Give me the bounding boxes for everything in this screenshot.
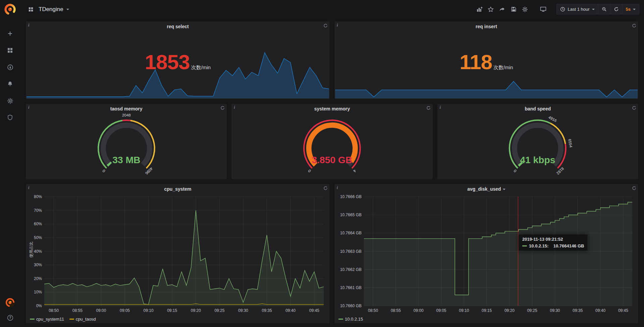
save-icon[interactable] [509, 5, 518, 14]
add-panel-icon[interactable] [475, 5, 484, 14]
svg-text:20%: 20% [34, 276, 42, 281]
svg-text:09:00: 09:00 [96, 308, 106, 313]
panel-title[interactable]: system memory [245, 106, 419, 111]
user-avatar[interactable] [5, 297, 15, 308]
zoom-out-button[interactable] [598, 4, 610, 14]
refresh-button[interactable] [610, 4, 623, 14]
panel-title[interactable]: req select [39, 24, 316, 29]
navbar-right: Last 1 hour 5s [475, 4, 639, 14]
y-axis-label: 使用占比 [29, 241, 34, 258]
svg-text:70%: 70% [34, 208, 42, 213]
svg-text:10.7665 GB: 10.7665 GB [340, 213, 362, 217]
admin-shield-icon[interactable] [6, 113, 14, 122]
legend-item[interactable]: cpu_taosd [69, 317, 96, 322]
sidebar-menu [6, 30, 14, 122]
svg-text:09:25: 09:25 [527, 308, 537, 313]
info-icon[interactable]: i [337, 185, 338, 190]
legend-label: cpu_taosd [76, 317, 96, 322]
panel-menu-caret-icon[interactable] [503, 189, 505, 190]
spinner-icon [323, 186, 328, 192]
svg-text:0%: 0% [36, 303, 42, 308]
dashboard-grid: i req select 1853 次数/min i req insert 11… [20, 18, 644, 327]
svg-text:10.7664 GB: 10.7664 GB [340, 231, 362, 235]
configuration-gear-icon[interactable] [6, 97, 14, 105]
dashboard-grid-icon[interactable] [26, 5, 36, 14]
info-icon[interactable]: i [28, 105, 29, 110]
svg-text:09:00: 09:00 [414, 308, 424, 313]
system-memory-gauge: 043.850 GB [231, 112, 432, 179]
svg-text:6554: 6554 [568, 139, 573, 148]
info-icon[interactable]: i [337, 23, 338, 28]
panel-title[interactable]: req insert [348, 24, 625, 29]
plus-icon[interactable] [6, 30, 14, 38]
svg-text:10.7660 GB: 10.7660 GB [340, 303, 362, 308]
star-icon[interactable] [486, 5, 495, 14]
legend-item[interactable]: 10.0.2.15 [338, 317, 363, 322]
series-color-swatch [522, 245, 527, 246]
chevron-down-icon [592, 9, 595, 10]
dashboards-icon[interactable] [6, 46, 14, 54]
legend-label: cpu_system11 [36, 317, 64, 322]
panel-title[interactable]: avg_disk_used [348, 186, 625, 192]
svg-text:4096: 4096 [145, 167, 154, 176]
svg-text:3.850 GB: 3.850 GB [312, 154, 352, 165]
info-icon[interactable]: i [440, 105, 441, 110]
svg-text:30%: 30% [34, 263, 42, 267]
grafana-logo-icon[interactable] [3, 3, 17, 16]
help-icon[interactable]: ? [6, 314, 14, 322]
sidebar: ? [0, 0, 20, 327]
svg-text:09:40: 09:40 [285, 308, 296, 313]
chart-legend: 10.0.2.15 [338, 317, 363, 322]
panel-req-insert: i req insert 118 次数/min [334, 21, 639, 99]
stat-number: 1853 [145, 50, 190, 74]
panel-req-select: i req select 1853 次数/min [25, 21, 330, 99]
avg-disk-used-chart[interactable]: 10.7660 GB10.7661 GB10.7662 GB10.7663 GB… [336, 194, 636, 314]
chevron-down-icon [633, 9, 636, 10]
svg-text:10.7662 GB: 10.7662 GB [340, 267, 362, 272]
monitor-icon[interactable] [538, 5, 548, 14]
dashboard-title[interactable]: TDengine [39, 6, 63, 13]
magnifier-icon [602, 7, 607, 12]
svg-text:10.7663 GB: 10.7663 GB [340, 249, 362, 254]
panel-title[interactable]: taosd memory [39, 106, 213, 111]
alerting-bell-icon[interactable] [6, 80, 14, 88]
cpu-system-chart[interactable]: 0%10%20%30%40%50%60%70%80%08:5008:5509:0… [27, 194, 328, 314]
settings-gear-icon[interactable] [520, 5, 530, 14]
share-icon[interactable] [497, 5, 507, 14]
info-icon[interactable]: i [234, 105, 235, 110]
panel-system-memory: i system memory 043.850 GB [231, 103, 433, 180]
panel-band-speed: i band speed 081924916655441 kbps [437, 103, 639, 180]
svg-text:09:45: 09:45 [309, 308, 319, 313]
time-range-label: Last 1 hour [568, 7, 589, 12]
info-icon[interactable]: i [28, 185, 29, 190]
svg-text:09:35: 09:35 [573, 308, 583, 313]
refresh-interval-dropdown[interactable]: 5s [623, 4, 639, 14]
svg-text:4: 4 [352, 169, 357, 173]
svg-text:09:25: 09:25 [214, 308, 224, 313]
svg-text:09:05: 09:05 [436, 308, 446, 313]
legend-item[interactable]: cpu_system11 [30, 317, 64, 322]
svg-text:0: 0 [307, 169, 312, 173]
clock-icon [560, 7, 565, 12]
explore-compass-icon[interactable] [6, 63, 14, 71]
info-icon[interactable]: i [28, 23, 29, 28]
panel-avg-disk-used: i avg_disk_used 10.7660 GB10.7661 GB10.7… [334, 184, 639, 324]
spinner-icon [220, 105, 225, 111]
svg-text:10.7661 GB: 10.7661 GB [340, 285, 362, 290]
spinner-icon [632, 186, 636, 192]
chevron-down-icon[interactable] [66, 9, 69, 10]
stat-value: 118 次数/min [460, 50, 513, 74]
series-color-swatch [69, 319, 74, 320]
panel-taosd-memory: i taosd memory 04096204833 MB [25, 103, 227, 180]
svg-text:09:30: 09:30 [238, 308, 248, 313]
stat-unit: 次数/min [493, 64, 513, 71]
svg-text:09:20: 09:20 [504, 308, 515, 313]
panel-title[interactable]: band speed [451, 106, 625, 111]
time-picker-button[interactable]: Last 1 hour [556, 4, 598, 14]
spinner-icon [632, 23, 636, 29]
svg-text:08:55: 08:55 [391, 308, 401, 313]
svg-text:10%: 10% [34, 290, 42, 294]
svg-text:2048: 2048 [122, 113, 131, 117]
panel-title[interactable]: cpu_system [39, 186, 316, 192]
svg-text:41 kbps: 41 kbps [520, 154, 555, 165]
